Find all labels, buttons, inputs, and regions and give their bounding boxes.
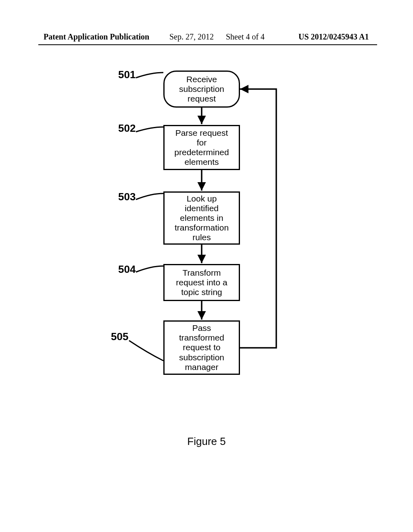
flowchart: 501 502 503 504 505 Receive subscription… <box>107 71 333 405</box>
node-text: subscription <box>179 353 224 362</box>
ref-505: 505 <box>111 330 128 343</box>
node-lookup-rules: Look up identified elements in transform… <box>163 191 240 245</box>
node-text: rules <box>192 233 211 242</box>
publication-label: Patent Application Publication <box>44 32 149 42</box>
node-text: Look up <box>187 194 217 204</box>
node-text: transformed <box>179 333 224 343</box>
node-transform-request: Transform request into a topic string <box>163 264 240 301</box>
node-text: request into a <box>176 278 227 287</box>
node-text: elements <box>184 157 219 167</box>
node-text: elements in <box>180 213 223 223</box>
node-text: identified <box>185 204 219 213</box>
node-text: request <box>188 94 216 104</box>
node-text: predetermined <box>174 148 229 157</box>
node-text: Transform <box>183 268 221 278</box>
node-text: topic string <box>181 287 222 297</box>
node-text: Receive <box>186 75 217 84</box>
node-pass-to-manager: Pass transformed request to subscription… <box>163 320 240 375</box>
ref-504: 504 <box>118 263 136 276</box>
sheet-info: Sheet 4 of 4 <box>226 32 265 42</box>
figure-caption: Figure 5 <box>0 435 413 448</box>
document-number: US 2012/0245943 A1 <box>298 32 369 42</box>
node-text: transformation <box>175 223 229 233</box>
node-text: for <box>197 138 207 148</box>
node-text: Parse request <box>175 128 228 138</box>
node-text: manager <box>185 362 219 372</box>
node-text: subscription <box>179 84 224 94</box>
ref-501: 501 <box>118 69 136 81</box>
ref-502: 502 <box>118 122 136 135</box>
node-parse-request: Parse request for predetermined elements <box>163 125 240 170</box>
ref-503: 503 <box>118 191 136 203</box>
node-text: request to <box>183 343 220 352</box>
header-divider <box>38 44 377 45</box>
node-receive-subscription-request: Receive subscription request <box>163 71 240 108</box>
publication-date: Sep. 27, 2012 <box>169 32 214 42</box>
node-text: Pass <box>192 323 211 333</box>
